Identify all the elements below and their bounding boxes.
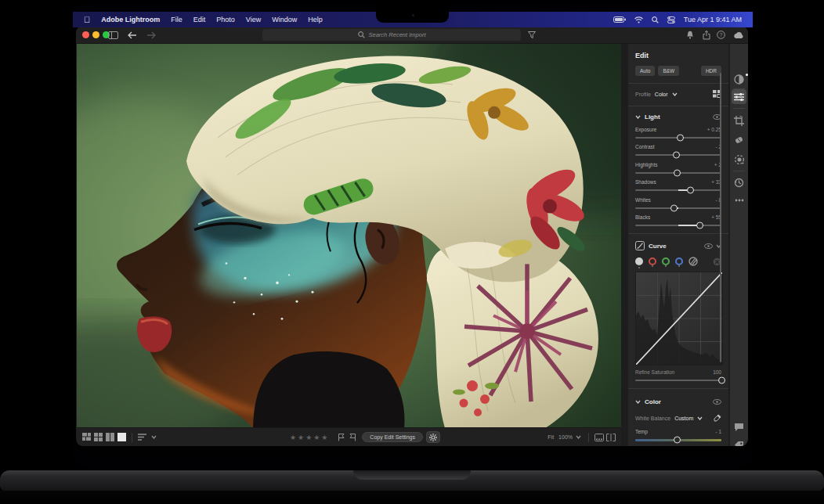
- share-icon[interactable]: [700, 29, 712, 41]
- crop-rotate-icon[interactable]: [732, 113, 746, 128]
- curve-section-header[interactable]: Curve: [635, 241, 721, 250]
- color-section-header[interactable]: Color: [635, 398, 721, 405]
- copy-edit-settings-button[interactable]: Copy Edit Settings: [362, 432, 423, 442]
- menu-file[interactable]: File: [171, 16, 183, 23]
- color-section-label: Color: [645, 398, 661, 405]
- light-section-header[interactable]: Light: [635, 113, 721, 121]
- menu-help[interactable]: Help: [308, 16, 323, 23]
- curve-visibility-eye-icon[interactable]: [704, 243, 713, 249]
- menubar-clock[interactable]: Tue Apr 1 9:41 AM: [684, 16, 742, 23]
- sort-icon[interactable]: [136, 431, 148, 443]
- versions-history-icon[interactable]: [732, 175, 746, 190]
- slider-knob[interactable]: [696, 222, 703, 229]
- reject-flag-icon[interactable]: [347, 431, 359, 443]
- apple-menu-icon[interactable]: : [84, 16, 90, 24]
- square-grid-view-icon[interactable]: [92, 431, 104, 443]
- shadows-slider[interactable]: Shadows+ 33: [635, 179, 721, 191]
- curve-channel-blue[interactable]: [675, 257, 683, 265]
- sidebar-toggle-icon[interactable]: [107, 29, 119, 41]
- light-collapse-chevron-icon[interactable]: [635, 115, 641, 119]
- slider-knob[interactable]: [673, 152, 680, 159]
- eyedropper-icon[interactable]: [714, 414, 721, 423]
- keywords-tag-icon[interactable]: [732, 438, 746, 446]
- photo-grid-view-icon[interactable]: [81, 431, 92, 443]
- active-panel-indicator-dot: [746, 74, 748, 76]
- curve-channel-red[interactable]: [649, 257, 656, 265]
- blacks-slider[interactable]: Blacks+ 55: [635, 214, 721, 226]
- color-collapse-chevron-icon[interactable]: [635, 400, 641, 404]
- battery-icon[interactable]: [613, 16, 626, 23]
- detail-view-icon[interactable]: [116, 431, 128, 443]
- more-options-icon[interactable]: [732, 193, 746, 207]
- close-window-button[interactable]: [82, 31, 89, 38]
- menu-photo[interactable]: Photo: [216, 16, 235, 23]
- tool-rail: [730, 44, 748, 446]
- filter-icon[interactable]: [526, 29, 537, 41]
- laptop-base-shadow: [0, 491, 824, 504]
- menubar-app-name[interactable]: Adobe Lightroom: [101, 16, 160, 23]
- refine-saturation-slider[interactable]: Refine Saturation100: [635, 369, 721, 381]
- contrast-slider[interactable]: Contrast- 2: [635, 144, 721, 156]
- profile-value[interactable]: Color: [655, 92, 668, 97]
- panels-toggle-icon[interactable]: [605, 431, 616, 443]
- slider-knob[interactable]: [677, 134, 684, 141]
- wifi-icon[interactable]: [634, 16, 643, 23]
- control-center-icon[interactable]: [667, 16, 675, 23]
- panel-divider: [628, 106, 728, 106]
- menu-window[interactable]: Window: [272, 16, 297, 23]
- spotlight-search-icon[interactable]: [652, 16, 659, 23]
- search-input[interactable]: Search Recent Import: [262, 29, 521, 41]
- white-balance-chevron-down-icon[interactable]: [697, 416, 703, 420]
- edit-sliders-icon[interactable]: [732, 89, 746, 104]
- compare-view-icon[interactable]: [104, 431, 116, 443]
- slider-knob[interactable]: [674, 169, 681, 176]
- hdr-button[interactable]: HDR: [701, 66, 721, 76]
- temp-slider[interactable]: Temp- 1: [635, 429, 721, 441]
- slider-knob[interactable]: [718, 377, 725, 384]
- forward-arrow-icon[interactable]: [145, 29, 157, 41]
- fit-label[interactable]: Fit: [548, 434, 554, 440]
- cloud-sync-icon[interactable]: [732, 29, 744, 41]
- view-toolbar: ★★★★★ Copy Edit Settings Fit 100%: [77, 427, 621, 446]
- curve-channel-parametric-icon[interactable]: [688, 257, 698, 266]
- panel-divider: [628, 388, 728, 389]
- slider-knob[interactable]: [674, 437, 681, 444]
- curve-channel-green[interactable]: [662, 257, 670, 265]
- notifications-bell-icon[interactable]: [684, 29, 696, 41]
- sort-chevron-down-icon[interactable]: [148, 431, 160, 443]
- exposure-slider[interactable]: Exposure+ 0.25: [635, 127, 721, 139]
- filmstrip-toggle-icon[interactable]: [593, 431, 605, 443]
- auto-button[interactable]: Auto: [635, 66, 655, 76]
- slider-knob[interactable]: [670, 204, 678, 211]
- slider-label: Highlights: [635, 162, 658, 167]
- curve-channel-all[interactable]: [635, 257, 643, 265]
- settings-gear-button[interactable]: [426, 431, 440, 443]
- presets-icon[interactable]: [732, 72, 746, 87]
- comments-icon[interactable]: [732, 419, 746, 434]
- curve-tool-icon[interactable]: [635, 241, 645, 250]
- white-balance-value[interactable]: Custom: [674, 416, 693, 421]
- whites-slider[interactable]: Whites- 8: [635, 197, 721, 209]
- color-visibility-eye-icon[interactable]: [713, 399, 721, 405]
- profile-chevron-down-icon[interactable]: [672, 92, 678, 96]
- pick-flag-icon[interactable]: [335, 431, 347, 443]
- zoom-level[interactable]: 100%: [558, 434, 573, 440]
- healing-brush-icon[interactable]: [732, 132, 746, 147]
- back-arrow-icon[interactable]: [126, 29, 138, 41]
- menu-edit[interactable]: Edit: [193, 16, 206, 23]
- bw-button[interactable]: B&W: [658, 66, 679, 76]
- masking-icon[interactable]: [732, 152, 746, 167]
- slider-label: Blacks: [635, 214, 650, 220]
- macbook-mockup:  Adobe Lightroom File Edit Photo View W…: [0, 0, 824, 504]
- edit-panel-scrollbar[interactable]: [720, 73, 721, 362]
- tone-curve-plot[interactable]: [635, 272, 723, 365]
- slider-value: 100: [713, 369, 721, 375]
- slider-knob[interactable]: [687, 187, 694, 194]
- help-icon[interactable]: ?: [715, 29, 727, 41]
- minimize-window-button[interactable]: [92, 31, 99, 38]
- menu-view[interactable]: View: [246, 16, 261, 23]
- highlights-slider[interactable]: Highlights+ 2: [635, 162, 721, 174]
- star-rating[interactable]: ★★★★★: [290, 434, 329, 441]
- photo-woman-portrait[interactable]: [77, 44, 621, 428]
- zoom-chevron-down-icon[interactable]: [573, 431, 584, 443]
